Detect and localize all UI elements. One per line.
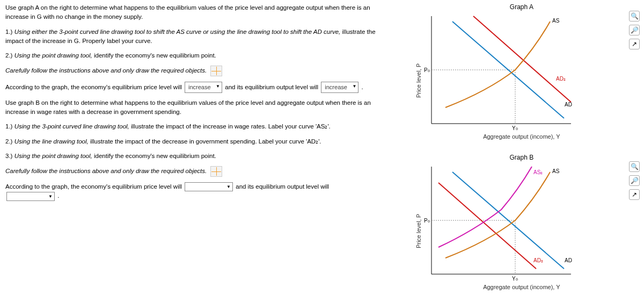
graph-a-title: Graph A [405, 3, 639, 11]
graph-a-xlabel: Aggregate output (income), Y [405, 133, 639, 140]
intro-a: Use graph A on the right to determine wh… [5, 3, 394, 22]
graph-b-svg: P₀ Y₀ AS AS₂ AD AD₂ [405, 161, 587, 285]
follow-b: Carefully follow the instructions above … [5, 166, 394, 177]
step-b1-prefix: 1.) [5, 123, 14, 130]
zoom-out-icon[interactable]: 🔎 [629, 25, 640, 35]
step-b3-prefix: 3.) [5, 153, 14, 159]
drawing-tool-icon[interactable] [210, 66, 222, 76]
step-b2-rest: illustrate the impact of the decrease in… [89, 138, 321, 145]
as2-label-b: AS₂ [533, 169, 543, 175]
graph-b-tools: 🔍 🔎 ↗ [629, 161, 640, 200]
answer-a-sentence: According to the graph, the economy's eq… [5, 82, 394, 93]
graph-b-ylabel: Price level, P [415, 214, 422, 248]
p0-tick-b: P₀ [424, 218, 430, 224]
drawing-tool-icon[interactable] [210, 166, 222, 177]
output-a-select[interactable]: increase [321, 82, 358, 93]
answer-b-part1: According to the graph, the economy's eq… [5, 183, 184, 190]
zoom-out-icon[interactable]: 🔎 [629, 175, 640, 186]
follow-a-text: Carefully follow the instructions above … [5, 67, 207, 74]
step-a1-prefix: 1.) [5, 28, 14, 35]
answer-a-period: . [362, 84, 363, 90]
step-b2-italic: Using the line drawing tool, [14, 138, 89, 145]
zoom-in-icon[interactable]: 🔍 [629, 11, 640, 21]
graph-b[interactable]: Price level, P 🔍 🔎 ↗ P₀ Y₀ [405, 161, 639, 294]
y0-tick-b: Y₀ [512, 276, 518, 282]
follow-b-text: Carefully follow the instructions above … [5, 168, 207, 174]
step-a2-prefix: 2.) [5, 52, 14, 59]
follow-a: Carefully follow the instructions above … [5, 66, 394, 76]
popout-icon[interactable]: ↗ [629, 189, 640, 200]
popout-icon[interactable]: ↗ [629, 39, 640, 49]
as-label-a: AS [552, 18, 560, 24]
y0-tick-a: Y₀ [512, 125, 518, 131]
svg-line-6 [452, 172, 564, 269]
ad2-label-b: AD₂ [533, 257, 543, 263]
price-a-select[interactable]: increase [185, 82, 222, 93]
as-label-b: AS [552, 168, 560, 174]
step-a1: 1.) Using either the 3-point curved line… [5, 27, 394, 46]
graph-a-tools: 🔍 🔎 ↗ [629, 11, 640, 49]
step-b1-italic: Using the 3-point curved line drawing to… [14, 123, 129, 130]
answer-b-part2: and its equilibrium output level will [236, 183, 329, 190]
ad-label-b: AD [565, 257, 572, 263]
graphs-panel: Graph A Price level, P 🔍 🔎 ↗ P₀ [405, 3, 639, 294]
graph-b-title: Graph B [405, 154, 639, 161]
step-b1-rest: illustrate the impact of the increase in… [129, 123, 331, 130]
step-b3-italic: Using the point drawing tool, [14, 153, 92, 159]
svg-line-3 [473, 16, 571, 102]
step-a2-italic: Using the point drawing tool, [14, 52, 92, 59]
svg-line-2 [452, 21, 564, 118]
svg-line-7 [438, 183, 536, 269]
output-b-select[interactable] [6, 192, 55, 201]
graph-b-xlabel: Aggregate output (income), Y [405, 284, 639, 290]
p0-tick-a: P₀ [424, 67, 430, 73]
graph-a-ylabel: Price level, P [415, 63, 422, 98]
step-a1-italic: Using either the 3-point curved line dra… [14, 28, 341, 35]
step-b2-prefix: 2.) [5, 138, 14, 145]
step-b3: 3.) Using the point drawing tool, identi… [5, 152, 394, 161]
answer-b-sentence: According to the graph, the economy's eq… [5, 182, 394, 201]
step-a2: 2.) Using the point drawing tool, identi… [5, 51, 394, 60]
ad2-label-a: AD₂ [556, 76, 566, 82]
answer-b-period: . [57, 192, 59, 199]
price-b-select[interactable] [185, 182, 233, 191]
answer-a-part2: and its equilibrium output level will [225, 84, 320, 90]
step-b1: 1.) Using the 3-point curved line drawin… [5, 122, 394, 131]
graph-a[interactable]: Price level, P 🔍 🔎 ↗ P₀ Y₀ [405, 11, 639, 150]
intro-b: Use graph B on the right to determine wh… [5, 98, 394, 117]
step-a2-rest: identify the economy's new equilibrium p… [92, 52, 216, 59]
answer-a-part1: According to the graph, the economy's eq… [5, 84, 184, 90]
instructions-panel: Use graph A on the right to determine wh… [5, 3, 405, 294]
zoom-in-icon[interactable]: 🔍 [629, 161, 640, 172]
ad-label-a: AD [565, 102, 572, 107]
step-b2: 2.) Using the line drawing tool, illustr… [5, 137, 394, 146]
step-b3-rest: identify the economy's new equilibrium p… [92, 153, 216, 159]
graph-a-svg: P₀ Y₀ AS AD AD₂ [405, 11, 587, 134]
